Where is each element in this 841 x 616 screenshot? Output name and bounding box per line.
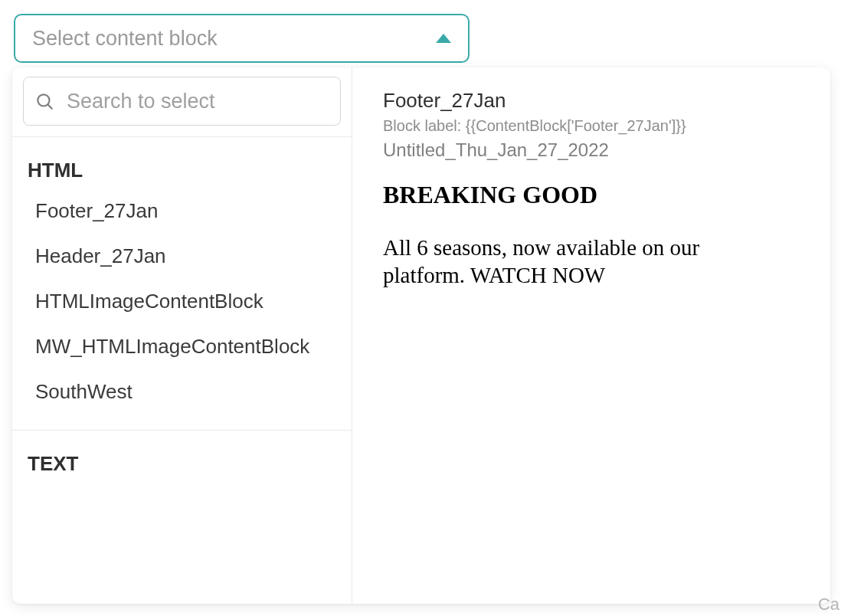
preview-subtitle: Untitled_Thu_Jan_27_2022 [383, 139, 807, 161]
content-block-dropdown: HTML Footer_27Jan Header_27Jan HTMLImage… [12, 67, 830, 604]
list-item[interactable]: Footer_27Jan [12, 188, 352, 234]
preview-heading: BREAKING GOOD [383, 181, 807, 209]
search-box[interactable] [23, 77, 341, 126]
chevron-up-icon [436, 34, 451, 43]
group-header-html: HTML [12, 159, 352, 188]
group-text: TEXT [12, 430, 352, 497]
preview-body: BREAKING GOOD All 6 seasons, now availab… [383, 181, 807, 290]
corner-truncated-text: Ca [818, 595, 839, 614]
group-header-text: TEXT [12, 452, 352, 482]
dropdown-list-pane: HTML Footer_27Jan Header_27Jan HTMLImage… [12, 67, 352, 604]
list-item[interactable]: MW_HTMLImageContentBlock [12, 324, 352, 369]
group-html: HTML Footer_27Jan Header_27Jan HTMLImage… [12, 136, 352, 430]
search-container [12, 67, 352, 136]
preview-title: Footer_27Jan [383, 89, 807, 113]
preview-block-label: Block label: {{ContentBlock['Footer_27Ja… [383, 117, 807, 135]
select-placeholder: Select content block [32, 27, 218, 51]
list-item[interactable]: Header_27Jan [12, 234, 352, 279]
search-input[interactable] [65, 89, 329, 114]
list-item[interactable]: SouthWest [12, 369, 352, 414]
dropdown-preview-pane: Footer_27Jan Block label: {{ContentBlock… [352, 67, 830, 604]
svg-line-1 [48, 105, 52, 109]
search-icon [34, 91, 54, 111]
content-block-select-trigger[interactable]: Select content block [14, 14, 470, 63]
preview-paragraph: All 6 seasons, now available on our plat… [383, 234, 781, 290]
list-item[interactable]: HTMLImageContentBlock [12, 279, 352, 324]
